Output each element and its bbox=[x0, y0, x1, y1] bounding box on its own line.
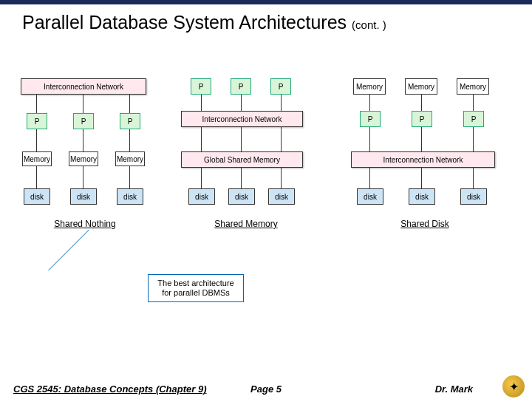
sd-net-d2 bbox=[421, 168, 422, 188]
sn-disk2: disk bbox=[70, 188, 97, 205]
diagram-canvas: Interconnection Network P Memory disk P … bbox=[0, 56, 532, 337]
footer-right: Dr. Mark bbox=[435, 383, 473, 395]
sd-disk3: disk bbox=[460, 188, 487, 205]
sn-p1: P bbox=[27, 113, 47, 129]
sn-c3-mem-disk bbox=[129, 166, 130, 188]
sm-p2-net bbox=[241, 95, 242, 111]
sm-disk2: disk bbox=[228, 188, 255, 205]
sd-mem2: Memory bbox=[405, 78, 437, 95]
sm-gsm-d1 bbox=[201, 168, 202, 188]
sn-c3-p-mem bbox=[129, 129, 130, 151]
sd-m3-p bbox=[473, 95, 474, 111]
sd-net-d1 bbox=[369, 168, 370, 188]
sn-c3-net-p bbox=[129, 95, 130, 113]
sm-p1: P bbox=[191, 78, 211, 95]
sn-mem3: Memory bbox=[115, 151, 145, 166]
sd-disk1: disk bbox=[357, 188, 383, 205]
sd-p3: P bbox=[463, 111, 484, 127]
title-main: Parallel Database System Architectures bbox=[22, 12, 347, 33]
sn-p2: P bbox=[73, 113, 94, 129]
sd-p1-net bbox=[369, 127, 370, 151]
sn-c2-mem-disk bbox=[83, 166, 83, 188]
sn-c1-p-mem bbox=[36, 129, 37, 151]
callout-line1: The best architecture bbox=[157, 279, 233, 288]
sn-interconnect: Interconnection Network bbox=[21, 78, 146, 95]
sm-gsm: Global Shared Memory bbox=[181, 151, 303, 168]
sd-m1-p bbox=[369, 95, 370, 111]
sd-m2-p bbox=[421, 95, 422, 111]
sm-disk1: disk bbox=[188, 188, 215, 205]
callout-box: The best architecture for parallel DBMSs bbox=[148, 274, 244, 302]
sd-mem1: Memory bbox=[353, 78, 386, 95]
sm-gsm-d3 bbox=[281, 168, 282, 188]
sm-p3-net bbox=[281, 95, 282, 111]
sm-p2: P bbox=[231, 78, 251, 95]
sd-p2-net bbox=[421, 127, 422, 151]
sn-c1-mem-disk bbox=[36, 166, 37, 188]
sd-disk2: disk bbox=[409, 188, 435, 205]
sd-p3-net bbox=[473, 127, 474, 151]
callout-line2: for parallel DBMSs bbox=[162, 288, 230, 298]
caption-shared-disk: Shared Disk bbox=[392, 219, 458, 229]
sn-mem2: Memory bbox=[69, 151, 98, 166]
caption-shared-memory: Shared Memory bbox=[205, 219, 287, 229]
sm-p1-net bbox=[201, 95, 202, 111]
footer-left: CGS 2545: Database Concepts (Chapter 9) bbox=[13, 383, 207, 395]
footer-mid: Page 5 bbox=[250, 383, 282, 395]
sm-disk3: disk bbox=[268, 188, 295, 205]
callout-connector bbox=[48, 230, 89, 270]
caption-shared-nothing: Shared Nothing bbox=[44, 219, 126, 229]
sm-net-gsm-3 bbox=[281, 127, 282, 151]
sn-c1-net-p bbox=[36, 95, 37, 113]
sn-disk1: disk bbox=[24, 188, 50, 205]
sd-p1: P bbox=[360, 111, 381, 127]
sd-interconnect: Interconnection Network bbox=[351, 151, 495, 168]
footer: CGS 2545: Database Concepts (Chapter 9) … bbox=[0, 383, 532, 395]
sm-interconnect: Interconnection Network bbox=[181, 111, 303, 127]
sd-mem3: Memory bbox=[457, 78, 489, 95]
sn-disk3: disk bbox=[117, 188, 143, 205]
sm-net-gsm-2 bbox=[241, 127, 242, 151]
page-title: Parallel Database System Architectures (… bbox=[0, 4, 532, 33]
sn-c2-net-p bbox=[83, 95, 83, 113]
sm-net-gsm-1 bbox=[201, 127, 202, 151]
sm-p3: P bbox=[270, 78, 291, 95]
sd-p2: P bbox=[412, 111, 432, 127]
sd-net-d3 bbox=[473, 168, 474, 188]
title-cont: (cont. ) bbox=[352, 18, 386, 31]
sn-p3: P bbox=[120, 113, 140, 129]
sm-gsm-d2 bbox=[241, 168, 242, 188]
sn-mem1: Memory bbox=[22, 151, 52, 166]
sn-c2-p-mem bbox=[83, 129, 83, 151]
logo-icon: ✦ bbox=[502, 375, 525, 398]
